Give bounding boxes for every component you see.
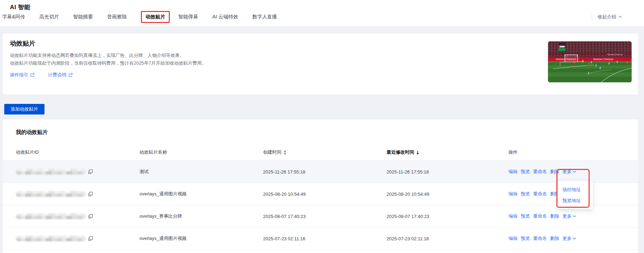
masked-id-value xyxy=(16,169,86,175)
feature-description: 动效贴片功能支持将动态网页叠加到直播流上，实现广告、比分牌、人物介绍等效果。 动… xyxy=(10,52,206,67)
edit-link[interactable]: 编辑 xyxy=(508,169,518,175)
tab-subtitle-translate[interactable]: 字幕&同传 xyxy=(2,11,25,23)
chevron-down-icon xyxy=(573,215,576,217)
menu-item-scene-control-url[interactable]: 场控地址 xyxy=(557,184,593,195)
modified-time: 2025-07-23 02:11:16 xyxy=(387,236,429,241)
copy-icon[interactable] xyxy=(88,170,93,174)
football-match-image: Standard Chartered Standard Chartered St… xyxy=(548,41,632,82)
tab-smart-danmaku[interactable]: 智能弹幕 xyxy=(178,11,198,23)
created-time: 2025-08-07 17:40:23 xyxy=(263,214,306,219)
more-dropdown-trigger[interactable]: 更多 xyxy=(562,235,576,242)
masked-id-value xyxy=(16,236,86,242)
vertical-divider xyxy=(592,13,592,20)
edit-link[interactable]: 编辑 xyxy=(508,235,518,242)
modified-time: 2025-11-26 17:55:18 xyxy=(387,169,429,175)
chevron-down-icon xyxy=(573,237,576,240)
delete-link[interactable]: 删除 xyxy=(550,213,559,219)
chevron-down-icon xyxy=(573,171,576,173)
menu-item-preview-url[interactable]: 预览地址 xyxy=(557,195,593,206)
more-dropdown-trigger[interactable]: 更多 xyxy=(562,213,576,219)
created-time: 2025-07-23 02:11:16 xyxy=(263,236,305,241)
table-row[interactable]: 测试 2025-11-26 17:55:18 2025-11-26 17:55:… xyxy=(3,161,638,183)
more-label: 更多 xyxy=(562,169,572,175)
preview-link[interactable]: 预览 xyxy=(521,235,530,242)
billing-doc-link[interactable]: 计费说明 xyxy=(48,72,73,78)
tab-motion-sticker-active[interactable]: 动效贴片 xyxy=(141,11,170,23)
sort-desc-icon[interactable] xyxy=(416,150,419,155)
sticker-name: 测试 xyxy=(139,169,149,175)
row-actions: 编辑 预览 重命名 删除 xyxy=(508,191,559,197)
tab-av-erase[interactable]: 音画擦除 xyxy=(107,11,127,23)
sticker-id-cell xyxy=(16,169,93,175)
feature-title: 动效贴片 xyxy=(10,39,35,48)
rename-link[interactable]: 重命名 xyxy=(533,213,547,219)
more-dropdown-trigger[interactable]: 更多 xyxy=(562,169,576,175)
table-header-row: 动效贴片ID 动效贴片名称 创建时间 最近修改时间 操作 xyxy=(3,144,638,161)
masked-id-value xyxy=(16,213,86,219)
column-modified-time[interactable]: 最近修改时间 xyxy=(387,149,419,155)
edit-link[interactable]: 编辑 xyxy=(508,213,518,219)
rename-link[interactable]: 重命名 xyxy=(533,191,547,197)
rename-link[interactable]: 重命名 xyxy=(533,235,547,242)
copy-icon[interactable] xyxy=(88,236,93,241)
row-actions: 编辑 预览 重命名 删除 更多 xyxy=(508,169,576,175)
billing-doc-label: 计费说明 xyxy=(48,72,66,78)
chevron-up-icon xyxy=(618,16,622,18)
column-actions: 操作 xyxy=(508,149,518,155)
page-header: AI 智能 字幕&同传 高光切片 智能摘要 音画擦除 动效贴片 智能弹幕 AI … xyxy=(0,0,644,27)
add-motion-sticker-button[interactable]: 添加动效贴片 xyxy=(4,104,44,114)
sticker-id-cell xyxy=(16,213,93,219)
more-label: 更多 xyxy=(562,235,572,242)
ad-board-text: Standard Chartered xyxy=(593,58,613,60)
column-modified-time-label: 最近修改时间 xyxy=(387,149,414,155)
collapse-intro-label: 收起介绍 xyxy=(598,14,616,20)
page-title: AI 智能 xyxy=(10,3,30,11)
more-dropdown-menu: 场控地址 预览地址 xyxy=(557,181,593,209)
external-link-icon xyxy=(68,73,73,77)
delete-link[interactable]: 删除 xyxy=(550,235,559,242)
column-sticker-name: 动效贴片名称 xyxy=(139,149,167,155)
tab-digital-human-live[interactable]: 数字人直播 xyxy=(252,11,277,23)
my-stickers-card: 我的动效贴片 动效贴片ID 动效贴片名称 创建时间 最近修改时间 操作 测试 2… xyxy=(3,119,638,253)
preview-link[interactable]: 预览 xyxy=(521,213,530,219)
crowd-banner-text: Standard Chartered xyxy=(607,53,623,55)
sticker-id-cell xyxy=(16,236,93,242)
tab-highlight-clip[interactable]: 高光切片 xyxy=(39,11,59,23)
sort-icon[interactable] xyxy=(283,150,287,155)
feature-links: 操作指引 计费说明 xyxy=(10,72,73,78)
row-actions: 编辑 预览 重命名 删除 更多 xyxy=(508,213,576,219)
copy-icon[interactable] xyxy=(88,214,93,219)
table-row[interactable]: overlays_赛事比分牌 2025-08-07 17:40:23 2025-… xyxy=(3,205,638,228)
column-created-time-label: 创建时间 xyxy=(263,149,281,155)
collapse-intro-toggle[interactable]: 收起介绍 xyxy=(592,13,622,20)
tab-bar: 字幕&同传 高光切片 智能摘要 音画擦除 动效贴片 智能弹幕 AI 云端特效 数… xyxy=(2,11,291,23)
masked-id-value xyxy=(16,191,86,197)
feature-preview-thumbnail: Standard Chartered Standard Chartered St… xyxy=(548,41,632,82)
external-link-icon xyxy=(30,73,35,77)
operation-guide-link[interactable]: 操作指引 xyxy=(10,72,35,78)
modified-time: 2025-08-20 10:54:49 xyxy=(387,192,429,197)
delete-link[interactable]: 删除 xyxy=(550,169,559,175)
table-row[interactable]: overlays_通用图片视频 2025-07-23 02:11:16 2025… xyxy=(3,228,638,250)
tab-smart-summary[interactable]: 智能摘要 xyxy=(73,11,93,23)
edit-link[interactable]: 编辑 xyxy=(508,191,518,197)
column-sticker-id: 动效贴片ID xyxy=(16,149,39,155)
preview-link[interactable]: 预览 xyxy=(521,191,530,197)
table-section-title: 我的动效贴片 xyxy=(16,129,48,136)
created-time: 2025-11-26 17:55:18 xyxy=(263,169,305,175)
tab-ai-cloud-effects[interactable]: AI 云端特效 xyxy=(212,11,238,23)
rename-link[interactable]: 重命名 xyxy=(533,169,547,175)
sticker-name: overlays_赛事比分牌 xyxy=(139,213,182,219)
sticker-id-cell xyxy=(16,191,93,197)
feature-intro-card: 动效贴片 动效贴片功能支持将动态网页叠加到直播流上，实现广告、比分牌、人物介绍等… xyxy=(3,34,638,94)
feature-description-line2: 动效贴片功能现处于内测阶段，当前仅收取转码费用，预计在2025年7月开始加收动效… xyxy=(10,59,206,67)
table-row[interactable]: overlays_通用图片视频 2025-08-20 10:54:49 2025… xyxy=(3,183,638,205)
column-created-time[interactable]: 创建时间 xyxy=(263,149,287,155)
sticker-name: overlays_通用图片视频 xyxy=(139,191,187,197)
row-actions: 编辑 预览 重命名 删除 更多 xyxy=(508,235,576,242)
operation-guide-label: 操作指引 xyxy=(10,72,28,78)
feature-description-line1: 动效贴片功能支持将动态网页叠加到直播流上，实现广告、比分牌、人物介绍等效果。 xyxy=(10,52,206,59)
copy-icon[interactable] xyxy=(88,192,93,196)
preview-link[interactable]: 预览 xyxy=(521,169,530,175)
sticker-name: overlays_通用图片视频 xyxy=(139,235,187,242)
